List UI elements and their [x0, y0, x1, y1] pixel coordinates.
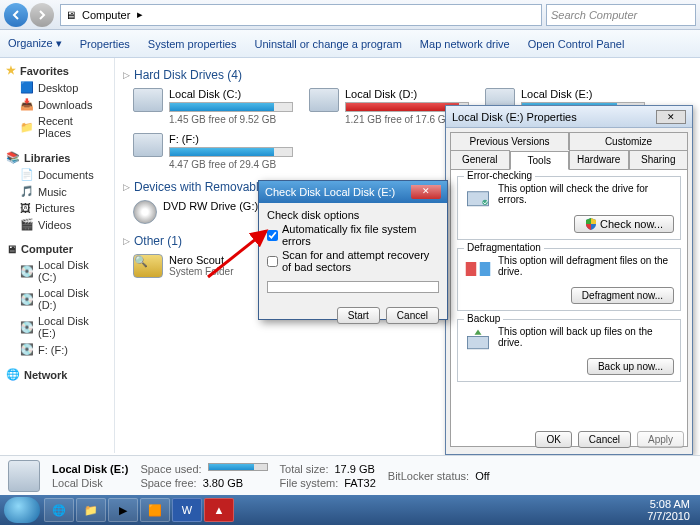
- system-tray[interactable]: 5:08 AM 7/7/2010: [647, 498, 696, 522]
- ie-icon[interactable]: 🌐: [44, 498, 74, 522]
- error-checking-group: Error-checking This option will check th…: [457, 176, 681, 240]
- media-player-icon[interactable]: ▶: [108, 498, 138, 522]
- map-drive-cmd[interactable]: Map network drive: [420, 38, 510, 50]
- close-button[interactable]: ✕: [656, 110, 686, 124]
- desktop-icon: 🟦: [20, 81, 34, 94]
- tab-customize[interactable]: Customize: [569, 132, 688, 150]
- start-button[interactable]: [4, 497, 40, 523]
- drive-c[interactable]: Local Disk (C:) 1.45 GB free of 9.52 GB: [133, 88, 293, 125]
- bitlocker-value: Off: [475, 470, 489, 482]
- drive-free: 1.45 GB free of 9.52 GB: [169, 114, 293, 125]
- tab-sharing[interactable]: Sharing: [629, 150, 689, 169]
- tab-hardware[interactable]: Hardware: [569, 150, 629, 169]
- disk-icon: [133, 133, 163, 157]
- word-icon[interactable]: W: [172, 498, 202, 522]
- downloads-icon: 📥: [20, 98, 34, 111]
- desktop-link[interactable]: 🟦Desktop: [2, 79, 112, 96]
- libraries-header[interactable]: 📚Libraries: [2, 149, 112, 166]
- pictures-link[interactable]: 🖼Pictures: [2, 200, 112, 216]
- drive-f-link[interactable]: 💽F: (F:): [2, 341, 112, 358]
- disk-icon: 💽: [20, 343, 34, 356]
- clock-date: 7/7/2010: [647, 510, 690, 522]
- tab-general[interactable]: General: [450, 150, 510, 169]
- organize-menu[interactable]: Organize ▾: [8, 37, 62, 50]
- drive-name: Local Disk (D:): [345, 88, 469, 100]
- downloads-link[interactable]: 📥Downloads: [2, 96, 112, 113]
- search-input[interactable]: Search Computer: [546, 4, 696, 26]
- drive-name: F: (F:): [169, 133, 293, 145]
- check-now-button[interactable]: Check now...: [574, 215, 674, 233]
- dialog-title: Local Disk (E:) Properties: [452, 111, 577, 123]
- address-bar[interactable]: 🖥 Computer ▸: [60, 4, 542, 26]
- backup-now-button[interactable]: Back up now...: [587, 358, 674, 375]
- computer-icon: 🖥: [6, 243, 17, 255]
- disk-icon: [8, 460, 40, 492]
- auto-fix-checkbox[interactable]: [267, 230, 278, 241]
- svg-rect-4: [480, 262, 491, 276]
- drive-c-link[interactable]: 💽Local Disk (C:): [2, 257, 112, 285]
- music-link[interactable]: 🎵Music: [2, 183, 112, 200]
- network-icon: 🌐: [6, 368, 20, 381]
- filesystem-value: FAT32: [344, 477, 376, 489]
- documents-link[interactable]: 📄Documents: [2, 166, 112, 183]
- space-free-value: 3.80 GB: [203, 477, 243, 489]
- shield-icon: [585, 218, 597, 230]
- defragment-now-button[interactable]: Defragment now...: [571, 287, 674, 304]
- drive-free: 4.47 GB free of 29.4 GB: [169, 159, 293, 170]
- drive-name: Local Disk (E:): [521, 88, 645, 100]
- group-legend: Backup: [464, 313, 503, 324]
- breadcrumb-computer[interactable]: Computer: [76, 9, 137, 21]
- tab-previous-versions[interactable]: Previous Versions: [450, 132, 569, 150]
- recent-link[interactable]: 📁Recent Places: [2, 113, 112, 141]
- svg-rect-3: [466, 262, 477, 276]
- videos-link[interactable]: 🎬Videos: [2, 216, 112, 233]
- favorites-header[interactable]: ★Favorites: [2, 62, 112, 79]
- start-button[interactable]: Start: [337, 307, 380, 324]
- details-pane: Local Disk (E:) Local Disk Space used: S…: [0, 455, 700, 495]
- navigation-pane: ★Favorites 🟦Desktop 📥Downloads 📁Recent P…: [0, 58, 115, 453]
- system-properties-cmd[interactable]: System properties: [148, 38, 237, 50]
- total-size-label: Total size:: [280, 463, 329, 475]
- drive-f[interactable]: F: (F:) 4.47 GB free of 29.4 GB: [133, 133, 293, 170]
- disk-icon: [133, 88, 163, 112]
- backup-icon: [464, 326, 492, 354]
- tab-tools[interactable]: Tools: [510, 151, 570, 170]
- group-text: This option will check the drive for err…: [498, 183, 674, 205]
- chevron-right-icon[interactable]: ▸: [137, 8, 143, 21]
- uninstall-cmd[interactable]: Uninstall or change a program: [255, 38, 402, 50]
- pdf-icon[interactable]: ▲: [204, 498, 234, 522]
- group-legend: Error-checking: [464, 170, 535, 181]
- explorer-icon[interactable]: 📁: [76, 498, 106, 522]
- defrag-group: Defragmentation This option will defragm…: [457, 248, 681, 311]
- computer-header[interactable]: 🖥Computer: [2, 241, 112, 257]
- app-icon[interactable]: 🟧: [140, 498, 170, 522]
- close-button[interactable]: ✕: [411, 185, 441, 199]
- pictures-icon: 🖼: [20, 202, 31, 214]
- disk-icon: [309, 88, 339, 112]
- group-text: This option will back up files on the dr…: [498, 326, 674, 348]
- command-bar: Organize ▾ Properties System properties …: [0, 30, 700, 58]
- libraries-icon: 📚: [6, 151, 20, 164]
- auto-fix-option[interactable]: Automatically fix file system errors: [267, 223, 439, 247]
- taskbar[interactable]: 🌐 📁 ▶ 🟧 W ▲ 5:08 AM 7/7/2010: [0, 495, 700, 525]
- cancel-button[interactable]: Cancel: [578, 431, 631, 448]
- apply-button[interactable]: Apply: [637, 431, 684, 448]
- scan-bad-option[interactable]: Scan for and attempt recovery of bad sec…: [267, 249, 439, 273]
- properties-cmd[interactable]: Properties: [80, 38, 130, 50]
- scan-bad-checkbox[interactable]: [267, 256, 278, 267]
- dialog-titlebar[interactable]: Check Disk Local Disk (E:) ✕: [259, 181, 447, 203]
- cancel-button[interactable]: Cancel: [386, 307, 439, 324]
- dialog-title: Check Disk Local Disk (E:): [265, 186, 395, 198]
- drive-d-link[interactable]: 💽Local Disk (D:): [2, 285, 112, 313]
- control-panel-cmd[interactable]: Open Control Panel: [528, 38, 625, 50]
- network-header[interactable]: 🌐Network: [2, 366, 112, 383]
- group-text: This option will defragment files on the…: [498, 255, 674, 277]
- drive-e-link[interactable]: 💽Local Disk (E:): [2, 313, 112, 341]
- used-bar: [208, 463, 268, 471]
- options-label: Check disk options: [267, 209, 439, 221]
- ok-button[interactable]: OK: [535, 431, 571, 448]
- hdd-section[interactable]: Hard Disk Drives (4): [123, 68, 692, 82]
- selected-name: Local Disk (E:): [52, 463, 128, 475]
- dialog-titlebar[interactable]: Local Disk (E:) Properties ✕: [446, 106, 692, 128]
- back-button[interactable]: [4, 3, 28, 27]
